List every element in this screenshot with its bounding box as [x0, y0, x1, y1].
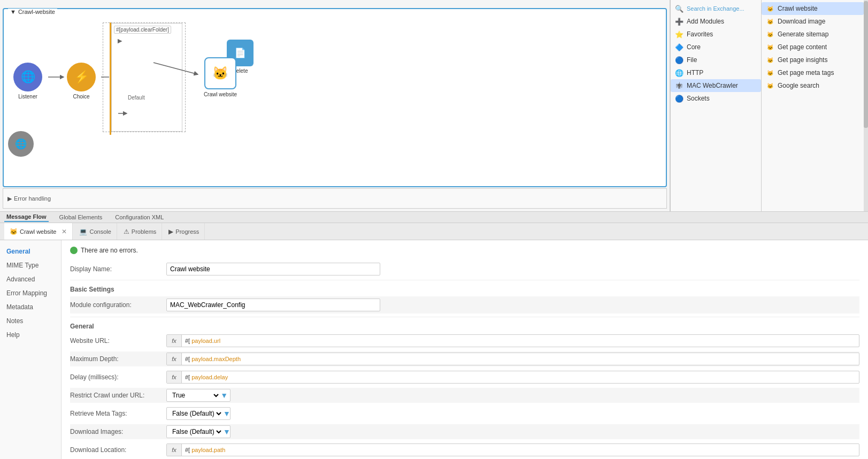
nav-metadata[interactable]: Metadata — [0, 300, 61, 314]
download-images-chevron: ▼ — [223, 427, 231, 436]
search-exchange-item[interactable]: 🔍 Search in Exchange... — [671, 2, 761, 15]
add-modules-icon: ➕ — [675, 17, 683, 26]
sidebar-scrollbar[interactable] — [864, 0, 868, 211]
flow-box: ▼ Crawl-website 🌐 Listener ⚡ Choice — [3, 8, 667, 187]
max-depth-field: fx #[ payload.maxDepth — [166, 353, 859, 365]
divider-1 — [70, 280, 859, 280]
choice-node[interactable]: ⚡ Choice — [63, 63, 100, 100]
get-page-insights-sidebar-icon: 🐱 — [766, 56, 774, 64]
no-errors-bar: There are no errors. — [70, 244, 859, 256]
file-item[interactable]: 🔵 File — [671, 53, 761, 66]
get-page-content-sidebar-item[interactable]: 🐱 Get page content — [762, 41, 864, 53]
restrict-crawl-select[interactable]: True False ▼ — [166, 389, 231, 402]
canvas-area: ▼ Crawl-website 🌐 Listener ⚡ Choice — [0, 0, 670, 211]
divider-2 — [70, 317, 859, 317]
download-image-sidebar-icon: 🐱 — [766, 17, 774, 26]
restrict-crawl-label: Restrict Crawl under URL: — [70, 392, 166, 399]
meta-tags-label: Retrieve Meta Tags: — [70, 410, 166, 417]
bottom-listener-icon: 🌐 — [8, 131, 34, 157]
download-images-dropdown[interactable]: False (Default) True — [170, 427, 223, 436]
get-page-meta-tags-sidebar-icon: 🐱 — [766, 68, 774, 77]
nav-mime-type[interactable]: MIME Type — [0, 258, 61, 272]
download-image-sidebar-item[interactable]: 🐱 Download image — [762, 15, 864, 28]
panel-console-tab[interactable]: 💻 Console — [74, 223, 117, 240]
tab-message-flow[interactable]: Message Flow — [4, 212, 49, 222]
close-tab-icon[interactable]: ✕ — [62, 228, 67, 235]
tab-global-elements[interactable]: Global Elements — [57, 213, 105, 221]
listener-node[interactable]: 🌐 Listener — [9, 63, 47, 100]
download-location-label: Download Location: — [70, 446, 166, 454]
green-dot-icon — [70, 247, 78, 254]
router-inner: #[payload.clearFolder] 📄 Delete Default — [111, 23, 182, 132]
add-modules-item[interactable]: ➕ Add Modules — [671, 15, 761, 28]
generate-sitemap-sidebar-item[interactable]: 🐱 Generate sitemap — [762, 28, 864, 41]
crawl-website-node[interactable]: 🐱 Crawl website — [199, 57, 242, 97]
panel-progress-tab[interactable]: ▶ Progress — [163, 223, 205, 240]
download-location-field: fx #[ payload.path — [166, 443, 859, 456]
delay-label: Delay (millisecs): — [70, 373, 166, 381]
collapse-arrow[interactable]: ▼ — [10, 9, 16, 15]
favorites-icon: ⭐ — [675, 30, 683, 39]
restrict-crawl-dropdown[interactable]: True False — [170, 391, 220, 400]
sockets-icon: 🔵 — [675, 94, 683, 103]
router-box: #[payload.clearFolder] 📄 Delete Default — [103, 22, 186, 132]
mac-webcrawler-icon: 🕷 — [675, 81, 683, 90]
left-nav: General MIME Type Advanced Error Mapping… — [0, 240, 62, 459]
website-url-row: Website URL: fx #[ payload.url — [70, 333, 859, 348]
download-location-row: Download Location: fx #[ payload.path — [70, 442, 859, 457]
favorites-item[interactable]: ⭐ Favorites — [671, 28, 761, 41]
sidebar-right-col: 🐱 Crawl website 🐱 Download image 🐱 Gener… — [762, 0, 864, 211]
module-config-row: Module configuration: — [70, 296, 859, 313]
nav-advanced[interactable]: Advanced — [0, 272, 61, 286]
core-icon: 🔷 — [675, 43, 683, 51]
sockets-item[interactable]: 🔵 Sockets — [671, 92, 761, 105]
delay-row: Delay (millisecs): fx #[ payload.delay — [70, 370, 859, 385]
website-url-label: Website URL: — [70, 337, 166, 345]
crawl-website-sidebar-item[interactable]: 🐱 Crawl website — [762, 2, 864, 15]
website-url-fx-btn[interactable]: fx — [167, 335, 182, 347]
max-depth-label: Maximum Depth: — [70, 355, 166, 363]
basic-settings-header: Basic Settings — [70, 286, 859, 293]
delay-value: #[ payload.delay — [182, 374, 231, 380]
nav-help[interactable]: Help — [0, 328, 61, 342]
delay-fx-btn[interactable]: fx — [167, 371, 182, 383]
nav-error-mapping[interactable]: Error Mapping — [0, 286, 61, 300]
module-config-input[interactable] — [166, 299, 380, 311]
meta-tags-row: Retrieve Meta Tags: False (Default) True… — [70, 406, 859, 421]
bottom-content: General MIME Type Advanced Error Mapping… — [0, 240, 868, 459]
get-page-meta-tags-sidebar-item[interactable]: 🐱 Get page meta tags — [762, 66, 864, 79]
bottom-listener-node[interactable]: 🌐 — [8, 131, 34, 157]
max-depth-fx-btn[interactable]: fx — [167, 353, 182, 365]
google-search-sidebar-icon: 🐱 — [766, 81, 774, 90]
sidebar-left-col: 🔍 Search in Exchange... ➕ Add Modules ⭐ … — [671, 0, 762, 211]
crawl-website-sidebar-icon: 🐱 — [766, 4, 774, 13]
crawl-tab-icon: 🐱 — [10, 228, 18, 235]
get-page-insights-sidebar-item[interactable]: 🐱 Get page insights — [762, 53, 864, 66]
nav-general[interactable]: General — [0, 244, 61, 258]
meta-tags-dropdown[interactable]: False (Default) True — [170, 409, 223, 418]
progress-icon: ▶ — [168, 228, 173, 235]
http-item[interactable]: 🌐 HTTP — [671, 66, 761, 79]
general-section-header: General — [70, 323, 859, 330]
core-item[interactable]: 🔷 Core — [671, 41, 761, 53]
right-sidebar: 🔍 Search in Exchange... ➕ Add Modules ⭐ … — [670, 0, 868, 211]
download-images-row: Download Images: False (Default) True ▼ — [70, 424, 859, 439]
delay-field: fx #[ payload.delay — [166, 371, 859, 384]
download-images-select[interactable]: False (Default) True ▼ — [166, 425, 231, 438]
google-search-sidebar-item[interactable]: 🐱 Google search — [762, 79, 864, 92]
download-location-fx-btn[interactable]: fx — [167, 444, 182, 456]
file-icon: 🔵 — [675, 56, 683, 64]
error-handling-bar[interactable]: ▶ Error handling — [3, 188, 667, 209]
tab-configuration-xml[interactable]: Configuration XML — [113, 213, 166, 221]
panel-crawl-website-tab[interactable]: 🐱 Crawl website ✕ — [4, 223, 73, 240]
panel-problems-tab[interactable]: ⚠ Problems — [118, 223, 162, 240]
flow-box-title: ▼ Crawl-website — [8, 9, 57, 15]
meta-tags-select[interactable]: False (Default) True ▼ — [166, 407, 231, 420]
display-name-input[interactable] — [166, 263, 380, 276]
nav-notes[interactable]: Notes — [0, 314, 61, 328]
crawl-website-icon: 🐱 — [204, 57, 236, 89]
download-location-value: #[ payload.path — [182, 447, 228, 453]
console-icon: 💻 — [79, 228, 87, 235]
mac-webcrawler-item[interactable]: 🕷 MAC WebCrawler — [671, 79, 761, 92]
restrict-crawl-row: Restrict Crawl under URL: True False ▼ — [70, 388, 859, 403]
